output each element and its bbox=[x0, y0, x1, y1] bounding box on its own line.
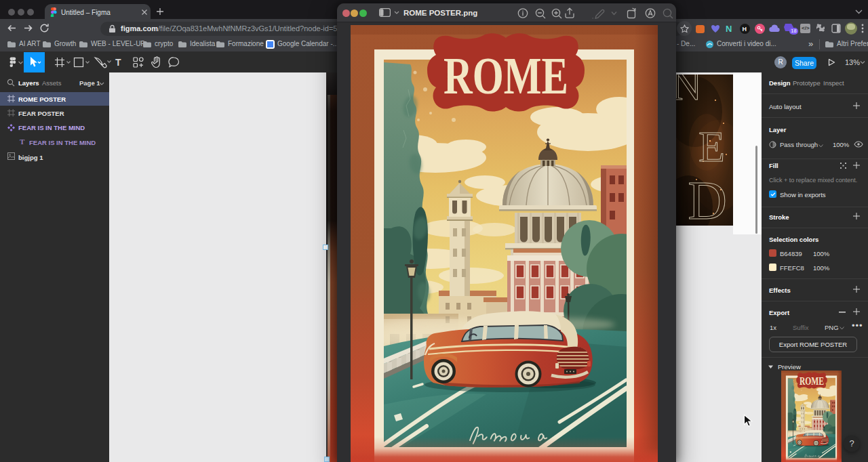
svg-text:D: D bbox=[688, 171, 727, 226]
svg-text:E: E bbox=[698, 123, 725, 171]
svg-text:N: N bbox=[676, 75, 702, 108]
